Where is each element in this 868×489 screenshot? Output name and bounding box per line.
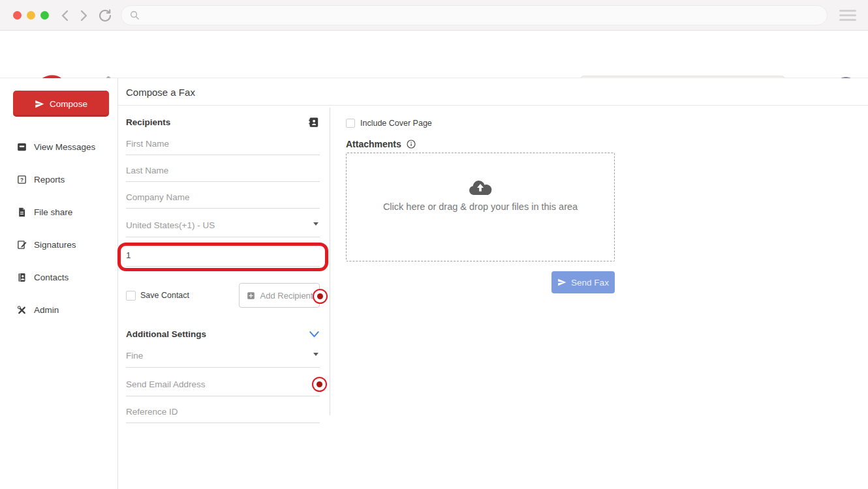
browser-refresh-icon[interactable]	[97, 8, 113, 23]
app-header: eFax ® 1 (888) 738-1231 ?	[0, 31, 868, 78]
info-icon[interactable]	[406, 139, 416, 149]
window-minimize-icon[interactable]	[27, 11, 35, 20]
signature-icon	[16, 239, 27, 250]
company-name-input[interactable]	[126, 190, 320, 209]
plus-square-icon	[246, 291, 256, 301]
inbox-icon	[16, 141, 27, 153]
chevron-down-icon	[313, 381, 318, 385]
browser-forward-icon[interactable]	[76, 8, 91, 23]
page-title: Compose a Fax	[126, 87, 195, 98]
include-cover-page-option[interactable]: Include Cover Page	[346, 119, 615, 128]
save-contact-checkbox[interactable]	[126, 291, 136, 301]
fax-number-input[interactable]	[126, 248, 320, 267]
contacts-icon	[16, 272, 27, 283]
last-name-field	[126, 164, 320, 182]
send-plane-icon	[557, 278, 566, 287]
reference-id-input[interactable]	[126, 405, 320, 423]
send-email-placeholder: Send Email Address	[126, 379, 206, 389]
window-zoom-icon[interactable]	[40, 11, 49, 20]
last-name-input[interactable]	[126, 164, 320, 182]
sidebar-item-view-messages[interactable]: View Messages	[0, 130, 117, 163]
send-plane-icon	[35, 99, 44, 109]
efax-app-window: eFax ® 1 (888) 738-1231 ?	[0, 0, 868, 489]
file-icon	[16, 207, 27, 218]
compose-label: Compose	[50, 99, 87, 109]
attachments-heading: Attachments	[346, 139, 401, 149]
country-selected-value: United States(+1) - US	[126, 220, 215, 230]
url-search-icon	[129, 10, 140, 21]
sidebar-nav: View Messages ? Reports File share Signa…	[0, 130, 117, 326]
browser-chrome	[0, 0, 868, 31]
additional-settings-heading: Additional Settings	[126, 329, 206, 339]
annotation-click-marker	[313, 289, 328, 304]
reference-id-field	[126, 405, 320, 423]
sidebar-item-reports[interactable]: ? Reports	[0, 163, 117, 196]
recipients-heading: Recipients	[126, 117, 170, 127]
svg-text:?: ?	[20, 177, 23, 183]
collapse-chevron-icon[interactable]	[309, 330, 320, 339]
chevron-down-icon	[313, 353, 318, 356]
country-select[interactable]: United States(+1) - US	[126, 217, 320, 237]
dropzone-text: Click here or drag & drop your files in …	[383, 201, 578, 212]
compose-button[interactable]: Compose	[13, 91, 109, 117]
send-fax-button[interactable]: Send Fax	[551, 271, 615, 293]
save-contact-option[interactable]: Save Contact	[126, 291, 189, 301]
first-name-input[interactable]	[126, 137, 320, 155]
sidebar-item-signatures[interactable]: Signatures	[0, 228, 117, 261]
main-content: Compose a Fax Recipients United States(+…	[118, 78, 868, 489]
add-recipient-button[interactable]: Add Recipient	[239, 283, 320, 308]
add-recipient-label: Add Recipient	[260, 291, 313, 301]
sidebar-item-file-share[interactable]: File share	[0, 196, 117, 228]
include-cover-page-label: Include Cover Page	[360, 119, 432, 128]
file-dropzone[interactable]: Click here or drag & drop your files in …	[346, 153, 615, 261]
sidebar-item-contacts[interactable]: Contacts	[0, 261, 117, 293]
recipients-form: Recipients United States(+1) - US	[126, 105, 320, 423]
include-cover-page-checkbox[interactable]	[346, 119, 355, 128]
first-name-field	[126, 137, 320, 155]
admin-tools-icon	[16, 304, 27, 316]
browser-menu-icon[interactable]	[839, 10, 856, 21]
browser-back-icon[interactable]	[57, 8, 73, 23]
cloud-upload-icon	[467, 178, 494, 196]
chevron-down-icon	[313, 222, 318, 226]
window-close-icon[interactable]	[13, 11, 22, 20]
send-fax-label: Send Fax	[571, 278, 609, 288]
send-email-field[interactable]: Send Email Address	[126, 376, 320, 396]
report-icon: ?	[16, 174, 27, 185]
browser-address-bar[interactable]	[121, 5, 828, 25]
fax-quality-selected-value: Fine	[126, 351, 143, 361]
save-contact-label: Save Contact	[140, 291, 189, 300]
company-name-field	[126, 190, 320, 209]
column-divider	[330, 108, 330, 415]
address-book-icon[interactable]	[307, 116, 320, 128]
attachments-panel: Include Cover Page Attachments Click her…	[346, 119, 615, 293]
sidebar-item-admin[interactable]: Admin	[0, 293, 117, 326]
sidebar: Compose View Messages ? Reports File sha…	[0, 78, 118, 489]
fax-quality-select[interactable]: Fine	[126, 348, 320, 368]
fax-number-field	[126, 248, 320, 267]
